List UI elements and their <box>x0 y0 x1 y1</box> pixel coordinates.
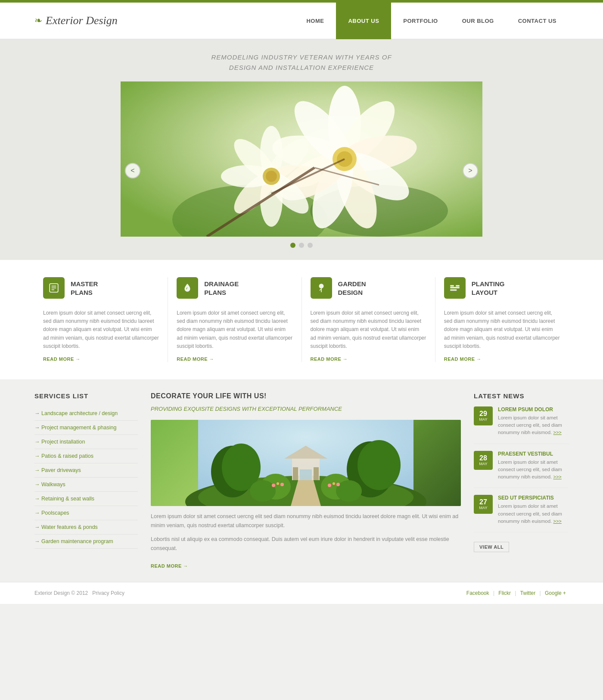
news-headline-3: SED UT PERSPICIATIS <box>498 495 569 501</box>
decorate-para2: Lobortis nisl ut aliquip ex ea commodo c… <box>151 535 461 553</box>
list-item: Garden maintenance program <box>34 534 138 549</box>
service-link-water[interactable]: Water features & ponds <box>34 520 138 534</box>
news-desc-3: Lorem ipsum dolor sit amet consect uercn… <box>498 503 569 525</box>
nav-home[interactable]: HOME <box>294 3 336 39</box>
logo-icon: ❧ <box>34 15 42 26</box>
news-day-3: 27 <box>479 499 487 506</box>
slider-prev-button[interactable]: < <box>125 163 140 178</box>
services-list-title: SERVICES LIST <box>34 392 138 400</box>
svg-point-23 <box>266 171 277 182</box>
list-item: Walkways <box>34 478 138 492</box>
service-readmore-4[interactable]: READ MORE <box>444 356 482 362</box>
svg-rect-51 <box>314 467 319 480</box>
services-row: MASTER PLANS Lorem ipsum dolor sit amet … <box>0 260 603 379</box>
list-item: Patios & raised patios <box>34 449 138 463</box>
hero-subtitle: REMODELING INDUSTRY VETERAN WITH YEARS O… <box>0 52 603 73</box>
slider: < > <box>121 81 482 260</box>
nav-portfolio[interactable]: PORTFOLIO <box>391 3 450 39</box>
service-link-landscape[interactable]: Landscape architecture / design <box>34 406 138 420</box>
svg-point-58 <box>336 483 340 486</box>
dot-1[interactable] <box>290 243 295 248</box>
footer-flickr-link[interactable]: Flickr <box>498 590 511 596</box>
nav-contact[interactable]: CONTACT US <box>506 3 569 39</box>
footer-twitter-link[interactable]: Twitter <box>520 590 535 596</box>
svg-rect-33 <box>450 287 460 288</box>
news-item-1: 29 MAY LOREM PSUM DOLOR Lorem ipsum dolo… <box>474 406 569 444</box>
news-text-3: SED UT PERSPICIATIS Lorem ipsum dolor si… <box>498 495 569 525</box>
service-link-maintenance[interactable]: Garden maintenance program <box>34 534 138 548</box>
services-list: Landscape architecture / design Project … <box>34 406 138 549</box>
svg-rect-34 <box>450 285 454 287</box>
planting-layout-icon <box>444 277 466 299</box>
footer-facebook-link[interactable]: Facebook <box>466 590 489 596</box>
footer-social-links: Facebook | Flickr | Twitter | Google + <box>464 590 569 596</box>
service-master-plans: MASTER PLANS Lorem ipsum dolor sit amet … <box>34 277 168 362</box>
decorate-title: DECORATE YOUR LIFE WITH US! <box>151 392 461 400</box>
dot-2[interactable] <box>299 243 304 248</box>
garden-design-icon <box>311 277 332 299</box>
decorate-column: DECORATE YOUR LIFE WITH US! PROVIDING EX… <box>151 392 461 569</box>
svg-point-55 <box>280 483 284 486</box>
service-link-poolscapes[interactable]: Poolscapes <box>34 506 138 520</box>
decorate-readmore[interactable]: READ MORE <box>151 563 188 569</box>
footer-googleplus-link[interactable]: Google + <box>545 590 566 596</box>
service-desc-1: Lorem ipsum dolor sit amet consect uercn… <box>43 309 159 350</box>
footer: Exterior Design © 2012 Privacy Policy Fa… <box>0 582 603 604</box>
latest-news-column: LATEST NEWS 29 MAY LOREM PSUM DOLOR Lore… <box>474 392 569 569</box>
svg-point-56 <box>328 484 331 487</box>
service-desc-3: Lorem ipsum dolor sit amet consect uercn… <box>311 309 426 350</box>
list-item: Landscape architecture / design <box>34 406 138 421</box>
list-item: Water features & ponds <box>34 520 138 534</box>
nav-blog[interactable]: OUR BLOG <box>450 3 506 39</box>
news-text-1: LOREM PSUM DOLOR Lorem ipsum dolor sit a… <box>498 406 569 437</box>
news-date-3: 27 MAY <box>474 495 493 514</box>
service-title-1: MASTER PLANS <box>71 280 98 297</box>
news-month-1: MAY <box>479 417 488 422</box>
logo: ❧ Exterior Design <box>34 14 294 27</box>
news-headline-1: LOREM PSUM DOLOR <box>498 406 569 412</box>
service-link-patios[interactable]: Patios & raised patios <box>34 449 138 463</box>
news-day-2: 28 <box>479 455 487 462</box>
service-drainage-plans: DRAINAGE PLANS Lorem ipsum dolor sit ame… <box>168 277 302 362</box>
news-day-1: 29 <box>479 410 487 417</box>
service-garden-design: GARDEN DESIGN Lorem ipsum dolor sit amet… <box>302 277 435 362</box>
footer-privacy-link[interactable]: Privacy Policy <box>92 590 124 596</box>
slider-image <box>121 81 482 237</box>
service-readmore-3[interactable]: READ MORE <box>311 356 348 362</box>
news-item-3: 27 MAY SED UT PERSPICIATIS Lorem ipsum d… <box>474 495 569 532</box>
svg-point-53 <box>272 484 275 487</box>
service-link-retaining[interactable]: Retaining & seat walls <box>34 492 138 506</box>
list-item: Project management & phasing <box>34 421 138 435</box>
svg-rect-50 <box>293 467 298 480</box>
drainage-plans-icon <box>177 277 198 299</box>
news-more-3[interactable]: >>> <box>553 519 562 524</box>
dot-3[interactable] <box>308 243 313 248</box>
news-more-2[interactable]: >>> <box>553 474 562 479</box>
svg-point-46 <box>250 480 276 502</box>
slider-next-button[interactable]: > <box>463 163 478 178</box>
service-desc-4: Lorem ipsum dolor sit amet consect uercn… <box>444 309 560 350</box>
service-title-4: PLANTING LAYOUT <box>472 280 505 297</box>
nav-about[interactable]: ABOUT US <box>336 3 391 39</box>
service-link-installation[interactable]: Project installation <box>34 435 138 449</box>
service-readmore-2[interactable]: READ MORE <box>177 356 214 362</box>
list-item: Paver driveways <box>34 463 138 478</box>
service-readmore-1[interactable]: READ MORE <box>43 356 81 362</box>
news-item-2: 28 MAY PRAESENT VESTIBUL Lorem ipsum dol… <box>474 451 569 488</box>
svg-point-47 <box>336 480 362 502</box>
svg-rect-36 <box>450 289 457 291</box>
view-all-button[interactable]: VIEW ALL <box>474 542 509 552</box>
service-link-driveways[interactable]: Paver driveways <box>34 463 138 477</box>
news-desc-1: Lorem ipsum dolor sit amet consect uercn… <box>498 414 569 437</box>
news-more-1[interactable]: >>> <box>553 430 562 435</box>
news-month-2: MAY <box>479 462 488 466</box>
news-month-3: MAY <box>479 506 488 510</box>
master-plans-icon <box>43 277 65 299</box>
news-headline-2: PRAESENT VESTIBUL <box>498 451 569 457</box>
services-list-column: SERVICES LIST Landscape architecture / d… <box>34 392 138 569</box>
service-link-management[interactable]: Project management & phasing <box>34 421 138 434</box>
header: ❧ Exterior Design HOME ABOUT US PORTFOLI… <box>0 3 603 39</box>
news-text-2: PRAESENT VESTIBUL Lorem ipsum dolor sit … <box>498 451 569 481</box>
svg-point-57 <box>333 482 335 485</box>
service-link-walkways[interactable]: Walkways <box>34 478 138 491</box>
